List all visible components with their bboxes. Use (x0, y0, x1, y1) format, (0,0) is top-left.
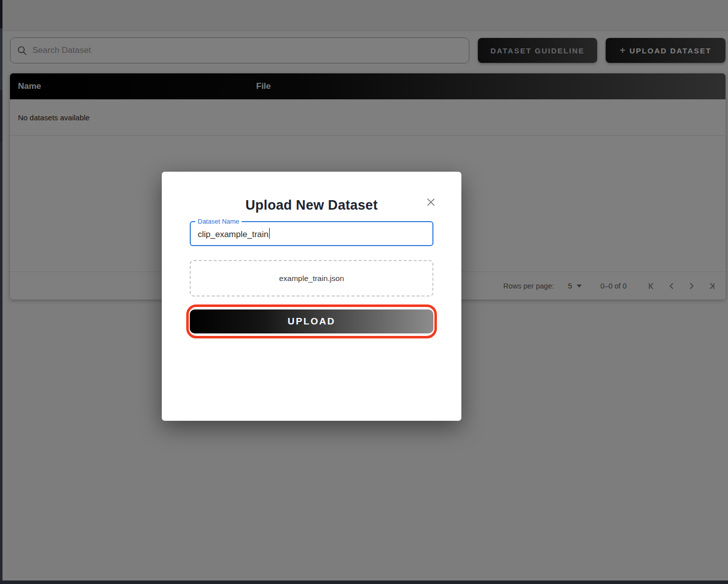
upload-submit-button[interactable]: UPLOAD (190, 309, 433, 333)
selected-file-name: example_train.json (279, 274, 344, 283)
dataset-name-input[interactable]: Dataset Name clip_example_train (190, 221, 433, 246)
upload-submit-label: UPLOAD (288, 316, 336, 327)
text-cursor (269, 228, 270, 239)
modal-title: Upload New Dataset (162, 198, 461, 213)
file-dropzone[interactable]: example_train.json (190, 260, 433, 296)
upload-dataset-modal: Upload New Dataset Dataset Name clip_exa… (162, 172, 461, 421)
dataset-name-label: Dataset Name (195, 218, 242, 225)
dataset-name-value: clip_example_train (198, 228, 270, 240)
